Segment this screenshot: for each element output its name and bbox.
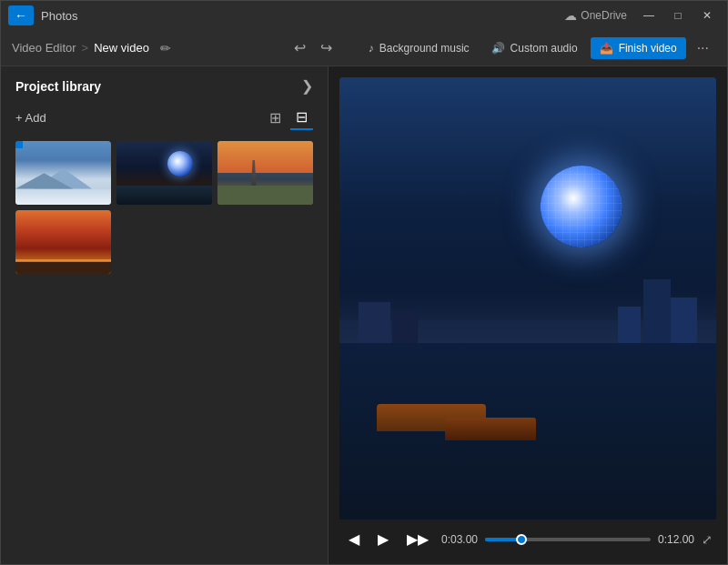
music-icon: ♪ <box>369 42 374 55</box>
back-button[interactable]: ← <box>8 5 34 25</box>
more-menu-button[interactable]: ··· <box>690 36 716 60</box>
sphere-shape <box>167 151 193 177</box>
view-toggle-group: ⊞ ⊟ <box>264 106 313 130</box>
finish-video-label: Finish video <box>619 42 677 55</box>
titlebar-left: ← Photos <box>8 5 77 25</box>
background-music-button[interactable]: ♪ Background music <box>359 37 479 59</box>
onedrive-button[interactable]: ☁ OneDrive <box>559 6 632 25</box>
main-content: Project library ❯ + Add ⊞ ⊟ <box>1 66 727 565</box>
current-time: 0:03.00 <box>441 533 478 546</box>
edit-title-icon[interactable]: ✏ <box>160 41 171 55</box>
selection-indicator <box>15 141 23 148</box>
sidebar-title: Project library <box>15 79 101 94</box>
close-button[interactable]: ✕ <box>694 5 720 25</box>
sidebar-header: Project library ❯ <box>1 66 328 102</box>
custom-audio-button[interactable]: 🔊 Custom audio <box>482 37 587 59</box>
sidebar-toolbar: + Add ⊞ ⊟ <box>1 102 328 137</box>
media-thumb-city-night[interactable] <box>116 141 212 205</box>
media-thumb-mountain[interactable] <box>15 141 111 205</box>
sunset-thumbnail <box>15 210 111 274</box>
media-thumb-eiffel[interactable] <box>217 141 313 205</box>
maximize-button[interactable]: □ <box>665 5 691 25</box>
minimize-button[interactable]: — <box>636 5 662 25</box>
breadcrumb: Video Editor > New video ✏ <box>12 41 171 55</box>
scene-sphere <box>541 166 622 247</box>
app-title: Photos <box>41 9 77 23</box>
export-icon: 📤 <box>600 42 613 55</box>
custom-audio-label: Custom audio <box>511 42 578 55</box>
menubar: Video Editor > New video ✏ ↩ ↪ ♪ Backgro… <box>1 30 727 66</box>
video-controls: ◀ ▶ ▶▶ 0:03.00 0:12.00 ⤢ <box>339 520 716 555</box>
progress-bar[interactable] <box>485 538 651 541</box>
video-inner <box>339 77 716 520</box>
titlebar: ← Photos ☁ OneDrive — □ ✕ <box>1 1 727 30</box>
redo-button[interactable]: ↪ <box>315 37 338 58</box>
preview-area: ◀ ▶ ▶▶ 0:03.00 0:12.00 ⤢ <box>329 66 727 565</box>
audio-icon: 🔊 <box>491 42 505 55</box>
eiffel-thumbnail <box>217 141 313 205</box>
mountain-thumbnail <box>15 141 111 205</box>
list-view-button[interactable]: ⊟ <box>290 106 313 130</box>
play-button[interactable]: ▶ <box>372 527 394 551</box>
undo-button[interactable]: ↩ <box>288 37 311 58</box>
eiffel-ground <box>217 186 313 205</box>
cloud-icon: ☁ <box>564 8 577 23</box>
media-thumb-sunset[interactable] <box>15 210 111 274</box>
grid-view-button[interactable]: ⊞ <box>264 106 287 130</box>
onedrive-label: OneDrive <box>581 9 627 22</box>
background-music-label: Background music <box>379 42 470 55</box>
eiffel-sky <box>217 141 313 173</box>
breadcrumb-root[interactable]: Video Editor <box>12 41 76 55</box>
collapse-sidebar-button[interactable]: ❯ <box>301 77 313 95</box>
sphere-grid <box>541 166 622 247</box>
breadcrumb-separator: > <box>82 41 89 55</box>
finish-video-button[interactable]: 📤 Finish video <box>591 37 686 59</box>
breadcrumb-current: New video <box>94 41 149 55</box>
menubar-actions: ♪ Background music 🔊 Custom audio 📤 Fini… <box>359 36 716 60</box>
scene-boat-2 <box>445 418 536 440</box>
rewind-button[interactable]: ◀ <box>343 527 365 551</box>
fast-forward-button[interactable]: ▶▶ <box>401 527 434 551</box>
progress-thumb[interactable] <box>516 534 527 545</box>
fullscreen-button[interactable]: ⤢ <box>702 532 713 547</box>
city-night-thumbnail <box>116 141 212 205</box>
video-preview <box>339 77 716 520</box>
snow-ground <box>15 189 111 206</box>
total-time: 0:12.00 <box>658 533 694 546</box>
add-media-button[interactable]: + Add <box>15 111 46 125</box>
project-library-sidebar: Project library ❯ + Add ⊞ ⊟ <box>1 66 329 565</box>
undo-redo-group: ↩ ↪ <box>288 37 338 58</box>
media-thumbnail-grid <box>1 137 328 277</box>
titlebar-right: ☁ OneDrive — □ ✕ <box>559 5 720 25</box>
